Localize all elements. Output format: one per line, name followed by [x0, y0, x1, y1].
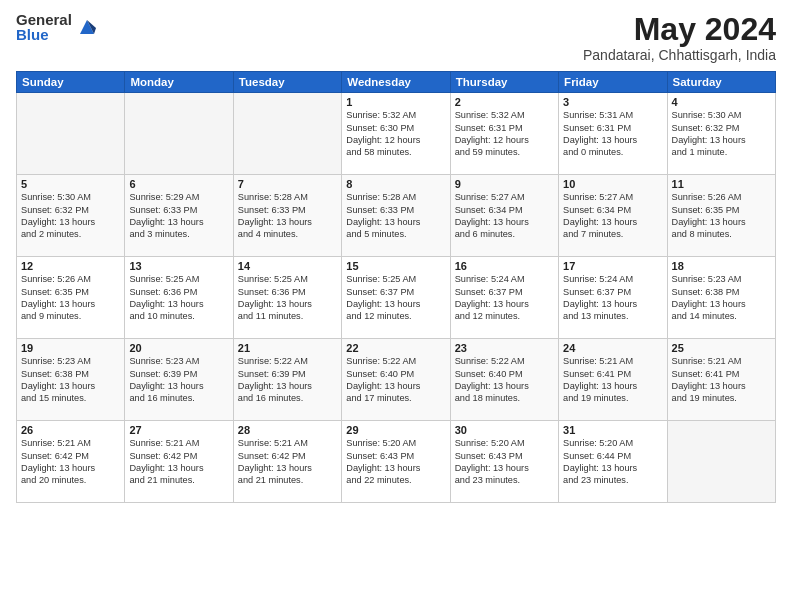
- day-number: 13: [129, 260, 228, 272]
- day-info: Sunrise: 5:24 AM Sunset: 6:37 PM Dayligh…: [455, 273, 554, 323]
- calendar-week-2: 5Sunrise: 5:30 AM Sunset: 6:32 PM Daylig…: [17, 175, 776, 257]
- col-saturday: Saturday: [667, 72, 775, 93]
- calendar-week-1: 1Sunrise: 5:32 AM Sunset: 6:30 PM Daylig…: [17, 93, 776, 175]
- calendar-cell-w1-d1: [125, 93, 233, 175]
- day-info: Sunrise: 5:25 AM Sunset: 6:36 PM Dayligh…: [238, 273, 337, 323]
- day-number: 17: [563, 260, 662, 272]
- col-sunday: Sunday: [17, 72, 125, 93]
- day-number: 21: [238, 342, 337, 354]
- day-number: 16: [455, 260, 554, 272]
- calendar-cell-w4-d1: 20Sunrise: 5:23 AM Sunset: 6:39 PM Dayli…: [125, 339, 233, 421]
- calendar-cell-w4-d5: 24Sunrise: 5:21 AM Sunset: 6:41 PM Dayli…: [559, 339, 667, 421]
- calendar-cell-w2-d4: 9Sunrise: 5:27 AM Sunset: 6:34 PM Daylig…: [450, 175, 558, 257]
- day-number: 7: [238, 178, 337, 190]
- calendar-cell-w3-d1: 13Sunrise: 5:25 AM Sunset: 6:36 PM Dayli…: [125, 257, 233, 339]
- calendar-cell-w2-d5: 10Sunrise: 5:27 AM Sunset: 6:34 PM Dayli…: [559, 175, 667, 257]
- day-info: Sunrise: 5:20 AM Sunset: 6:44 PM Dayligh…: [563, 437, 662, 487]
- day-number: 2: [455, 96, 554, 108]
- day-number: 25: [672, 342, 771, 354]
- day-number: 4: [672, 96, 771, 108]
- calendar-cell-w5-d4: 30Sunrise: 5:20 AM Sunset: 6:43 PM Dayli…: [450, 421, 558, 503]
- day-number: 28: [238, 424, 337, 436]
- calendar-cell-w4-d2: 21Sunrise: 5:22 AM Sunset: 6:39 PM Dayli…: [233, 339, 341, 421]
- page-container: General Blue May 2024 Pandatarai, Chhatt…: [0, 0, 792, 612]
- calendar-week-4: 19Sunrise: 5:23 AM Sunset: 6:38 PM Dayli…: [17, 339, 776, 421]
- calendar-cell-w2-d6: 11Sunrise: 5:26 AM Sunset: 6:35 PM Dayli…: [667, 175, 775, 257]
- day-info: Sunrise: 5:26 AM Sunset: 6:35 PM Dayligh…: [21, 273, 120, 323]
- day-info: Sunrise: 5:23 AM Sunset: 6:38 PM Dayligh…: [672, 273, 771, 323]
- day-info: Sunrise: 5:28 AM Sunset: 6:33 PM Dayligh…: [346, 191, 445, 241]
- day-info: Sunrise: 5:27 AM Sunset: 6:34 PM Dayligh…: [563, 191, 662, 241]
- calendar-cell-w4-d6: 25Sunrise: 5:21 AM Sunset: 6:41 PM Dayli…: [667, 339, 775, 421]
- calendar-header-row: Sunday Monday Tuesday Wednesday Thursday…: [17, 72, 776, 93]
- page-header: General Blue May 2024 Pandatarai, Chhatt…: [16, 12, 776, 63]
- col-tuesday: Tuesday: [233, 72, 341, 93]
- day-info: Sunrise: 5:22 AM Sunset: 6:40 PM Dayligh…: [455, 355, 554, 405]
- calendar-cell-w3-d2: 14Sunrise: 5:25 AM Sunset: 6:36 PM Dayli…: [233, 257, 341, 339]
- calendar-table: Sunday Monday Tuesday Wednesday Thursday…: [16, 71, 776, 503]
- calendar-cell-w1-d2: [233, 93, 341, 175]
- day-number: 27: [129, 424, 228, 436]
- day-info: Sunrise: 5:29 AM Sunset: 6:33 PM Dayligh…: [129, 191, 228, 241]
- day-info: Sunrise: 5:20 AM Sunset: 6:43 PM Dayligh…: [346, 437, 445, 487]
- day-number: 29: [346, 424, 445, 436]
- calendar-cell-w5-d3: 29Sunrise: 5:20 AM Sunset: 6:43 PM Dayli…: [342, 421, 450, 503]
- calendar-cell-w2-d0: 5Sunrise: 5:30 AM Sunset: 6:32 PM Daylig…: [17, 175, 125, 257]
- calendar-cell-w5-d1: 27Sunrise: 5:21 AM Sunset: 6:42 PM Dayli…: [125, 421, 233, 503]
- calendar-cell-w1-d6: 4Sunrise: 5:30 AM Sunset: 6:32 PM Daylig…: [667, 93, 775, 175]
- day-number: 30: [455, 424, 554, 436]
- day-info: Sunrise: 5:30 AM Sunset: 6:32 PM Dayligh…: [672, 109, 771, 159]
- calendar-cell-w4-d4: 23Sunrise: 5:22 AM Sunset: 6:40 PM Dayli…: [450, 339, 558, 421]
- day-number: 26: [21, 424, 120, 436]
- day-number: 31: [563, 424, 662, 436]
- col-thursday: Thursday: [450, 72, 558, 93]
- day-info: Sunrise: 5:32 AM Sunset: 6:30 PM Dayligh…: [346, 109, 445, 159]
- day-number: 12: [21, 260, 120, 272]
- day-number: 14: [238, 260, 337, 272]
- calendar-cell-w4-d3: 22Sunrise: 5:22 AM Sunset: 6:40 PM Dayli…: [342, 339, 450, 421]
- day-number: 5: [21, 178, 120, 190]
- col-wednesday: Wednesday: [342, 72, 450, 93]
- day-info: Sunrise: 5:21 AM Sunset: 6:41 PM Dayligh…: [563, 355, 662, 405]
- day-number: 15: [346, 260, 445, 272]
- day-info: Sunrise: 5:23 AM Sunset: 6:38 PM Dayligh…: [21, 355, 120, 405]
- day-number: 23: [455, 342, 554, 354]
- logo-general: General: [16, 12, 72, 27]
- day-info: Sunrise: 5:28 AM Sunset: 6:33 PM Dayligh…: [238, 191, 337, 241]
- day-info: Sunrise: 5:26 AM Sunset: 6:35 PM Dayligh…: [672, 191, 771, 241]
- day-info: Sunrise: 5:27 AM Sunset: 6:34 PM Dayligh…: [455, 191, 554, 241]
- calendar-week-5: 26Sunrise: 5:21 AM Sunset: 6:42 PM Dayli…: [17, 421, 776, 503]
- day-info: Sunrise: 5:31 AM Sunset: 6:31 PM Dayligh…: [563, 109, 662, 159]
- calendar-cell-w3-d4: 16Sunrise: 5:24 AM Sunset: 6:37 PM Dayli…: [450, 257, 558, 339]
- calendar-cell-w1-d4: 2Sunrise: 5:32 AM Sunset: 6:31 PM Daylig…: [450, 93, 558, 175]
- day-number: 19: [21, 342, 120, 354]
- day-info: Sunrise: 5:23 AM Sunset: 6:39 PM Dayligh…: [129, 355, 228, 405]
- logo-blue: Blue: [16, 27, 72, 42]
- day-number: 11: [672, 178, 771, 190]
- calendar-cell-w4-d0: 19Sunrise: 5:23 AM Sunset: 6:38 PM Dayli…: [17, 339, 125, 421]
- day-info: Sunrise: 5:22 AM Sunset: 6:39 PM Dayligh…: [238, 355, 337, 405]
- calendar-cell-w1-d5: 3Sunrise: 5:31 AM Sunset: 6:31 PM Daylig…: [559, 93, 667, 175]
- logo-icon: [76, 16, 98, 38]
- day-number: 3: [563, 96, 662, 108]
- calendar-cell-w3-d0: 12Sunrise: 5:26 AM Sunset: 6:35 PM Dayli…: [17, 257, 125, 339]
- calendar-cell-w5-d0: 26Sunrise: 5:21 AM Sunset: 6:42 PM Dayli…: [17, 421, 125, 503]
- calendar-cell-w5-d6: [667, 421, 775, 503]
- day-info: Sunrise: 5:21 AM Sunset: 6:42 PM Dayligh…: [129, 437, 228, 487]
- logo: General Blue: [16, 12, 98, 42]
- day-number: 20: [129, 342, 228, 354]
- day-info: Sunrise: 5:32 AM Sunset: 6:31 PM Dayligh…: [455, 109, 554, 159]
- logo-text: General Blue: [16, 12, 72, 42]
- day-number: 6: [129, 178, 228, 190]
- day-info: Sunrise: 5:21 AM Sunset: 6:41 PM Dayligh…: [672, 355, 771, 405]
- calendar-week-3: 12Sunrise: 5:26 AM Sunset: 6:35 PM Dayli…: [17, 257, 776, 339]
- day-number: 24: [563, 342, 662, 354]
- day-number: 9: [455, 178, 554, 190]
- calendar-cell-w3-d3: 15Sunrise: 5:25 AM Sunset: 6:37 PM Dayli…: [342, 257, 450, 339]
- calendar-cell-w2-d1: 6Sunrise: 5:29 AM Sunset: 6:33 PM Daylig…: [125, 175, 233, 257]
- day-info: Sunrise: 5:24 AM Sunset: 6:37 PM Dayligh…: [563, 273, 662, 323]
- calendar-cell-w3-d5: 17Sunrise: 5:24 AM Sunset: 6:37 PM Dayli…: [559, 257, 667, 339]
- day-info: Sunrise: 5:21 AM Sunset: 6:42 PM Dayligh…: [21, 437, 120, 487]
- day-number: 1: [346, 96, 445, 108]
- day-info: Sunrise: 5:25 AM Sunset: 6:36 PM Dayligh…: [129, 273, 228, 323]
